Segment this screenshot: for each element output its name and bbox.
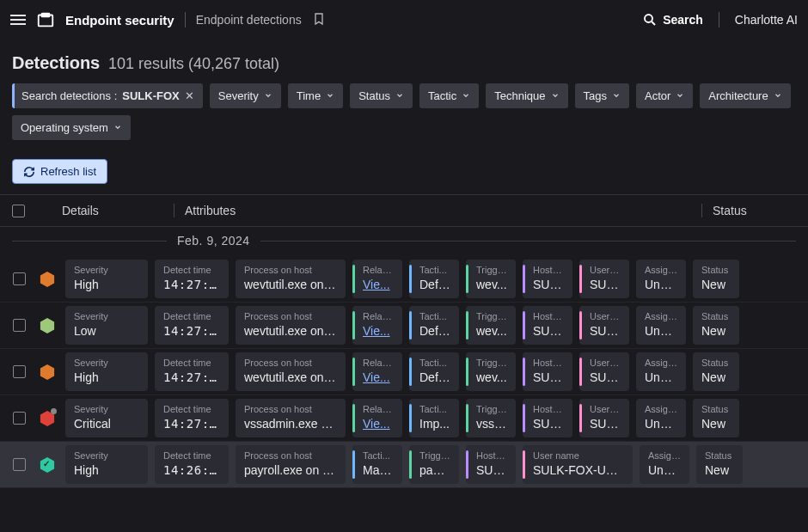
severity-card: Severity Low xyxy=(65,306,148,345)
trigger-card[interactable]: Trigge... wev... xyxy=(466,352,516,391)
separator xyxy=(185,12,186,28)
filter-chip-operating-system[interactable]: Operating system xyxy=(12,115,131,140)
trigger-card[interactable]: Trigge... wev... xyxy=(466,306,516,345)
severity-card: Severity High xyxy=(65,445,148,484)
status-card[interactable]: Status New xyxy=(693,399,739,437)
filter-chip-tactic[interactable]: Tactic xyxy=(419,83,479,108)
hostname-card[interactable]: Hostn... SUL... xyxy=(466,445,516,484)
column-status[interactable]: Status xyxy=(701,204,796,217)
trigger-card[interactable]: Trigge... wev... xyxy=(466,260,516,298)
refresh-button[interactable]: Refresh list xyxy=(12,159,107,184)
hostname-card[interactable]: Hostn... SUL... xyxy=(523,399,572,437)
table-row[interactable]: Severity Critical Detect time 14:27:04 P… xyxy=(0,395,808,442)
assignee-card[interactable]: Assign... Unas... xyxy=(640,445,689,484)
filter-chip-status[interactable]: Status xyxy=(350,83,413,108)
chevron-down-icon xyxy=(264,89,272,102)
column-header-row: Details Attributes Status xyxy=(0,194,808,227)
assignee-card[interactable]: Assign... Unas... xyxy=(636,352,686,391)
tactic-card[interactable]: Tacti... Defe... xyxy=(409,260,459,298)
assignee-card[interactable]: Assign... Unas... xyxy=(636,306,686,345)
top-nav: Endpoint security Endpoint detections Se… xyxy=(0,0,808,40)
username-card[interactable]: User n... SUL... xyxy=(579,399,629,437)
status-card[interactable]: Status New xyxy=(696,445,743,484)
filter-chip-technique[interactable]: Technique xyxy=(486,83,567,108)
severity-card: Severity High xyxy=(65,260,148,298)
severity-icon xyxy=(40,410,55,427)
tactic-card[interactable]: Tacti... Defe... xyxy=(409,352,459,391)
severity-card: Severity High xyxy=(65,352,148,391)
tactic-card[interactable]: Tacti... Imp... xyxy=(409,399,459,437)
table-row[interactable]: Severity Low Detect time 14:27:12 Proces… xyxy=(0,303,808,349)
detect-time-card: Detect time 14:27:04 xyxy=(155,399,229,437)
status-card[interactable]: Status New xyxy=(693,306,739,345)
svg-point-2 xyxy=(645,15,652,22)
filter-chip-tags[interactable]: Tags xyxy=(575,83,629,108)
select-all-checkbox[interactable] xyxy=(12,205,25,217)
result-count: 101 results (40,267 total) xyxy=(108,55,279,72)
hostname-card[interactable]: Hostn... SUL... xyxy=(523,306,572,345)
tactic-card[interactable]: Tacti... Defe... xyxy=(409,306,459,345)
column-details[interactable]: Details xyxy=(62,204,174,217)
search-button[interactable]: Search xyxy=(642,12,703,28)
hostname-card[interactable]: Hostn... SUL... xyxy=(523,352,572,391)
detect-time-card: Detect time 14:27:12 xyxy=(155,306,229,345)
chevron-down-icon xyxy=(774,89,782,102)
search-label: Search xyxy=(663,13,703,27)
page-header: Detections 101 results (40,267 total) xyxy=(0,40,808,83)
column-attributes[interactable]: Attributes xyxy=(174,204,701,217)
filter-chip-actor[interactable]: Actor xyxy=(636,83,693,108)
search-filter-chip[interactable]: Search detections : SULK-FOX ✕ xyxy=(12,83,203,108)
table-row[interactable]: Severity High Detect time 14:27:17 Proce… xyxy=(0,256,808,303)
filter-chip-severity[interactable]: Severity xyxy=(210,83,281,108)
page-title: Detections xyxy=(12,53,100,72)
table-row[interactable]: Severity High Detect time 14:27:12 Proce… xyxy=(0,349,808,395)
severity-icon xyxy=(40,317,55,334)
tactic-card[interactable]: Tacti... Mac... xyxy=(352,445,402,484)
row-checkbox[interactable] xyxy=(13,458,26,471)
bookmark-icon[interactable] xyxy=(312,12,326,28)
date-label: Feb. 9, 2024 xyxy=(177,234,250,248)
date-divider: Feb. 9, 2024 xyxy=(0,227,808,256)
clear-search-icon[interactable]: ✕ xyxy=(185,89,194,102)
severity-icon xyxy=(40,364,55,381)
related-card[interactable]: Relate... Vie... xyxy=(352,399,402,437)
filter-chip-time[interactable]: Time xyxy=(288,83,343,108)
chevron-down-icon xyxy=(395,89,404,102)
severity-icon: ✓ xyxy=(40,456,55,474)
related-card[interactable]: Relate... Vie... xyxy=(352,306,402,345)
username-card[interactable]: User name SULK-FOX-USR1$ xyxy=(523,445,633,484)
trigger-card[interactable]: Trigge... vssa... xyxy=(466,399,516,437)
search-filter-value: SULK-FOX xyxy=(122,89,179,102)
chevron-down-icon xyxy=(551,89,560,102)
breadcrumb-app[interactable]: Endpoint security xyxy=(65,13,174,28)
username-card[interactable]: User n... SUL... xyxy=(579,306,629,345)
severity-card: Severity Critical xyxy=(65,399,148,437)
table-row[interactable]: ✓ Severity High Detect time 14:26:55 Pro… xyxy=(0,442,808,488)
related-card[interactable]: Relate... Vie... xyxy=(352,260,402,298)
chevron-down-icon xyxy=(326,89,334,102)
filter-chip-architecture[interactable]: Architecture xyxy=(700,83,790,108)
chevron-down-icon xyxy=(113,121,122,134)
status-card[interactable]: Status New xyxy=(693,260,739,298)
row-checkbox[interactable] xyxy=(13,412,26,425)
refresh-icon xyxy=(23,166,35,178)
process-card: Process on host wevtutil.exe on ... xyxy=(236,352,346,391)
status-card[interactable]: Status New xyxy=(693,352,739,391)
username-card[interactable]: User n... SUL... xyxy=(579,260,629,298)
assignee-card[interactable]: Assign... Unas... xyxy=(636,399,686,437)
chevron-down-icon xyxy=(462,89,470,102)
username-card[interactable]: User n... SUL... xyxy=(579,352,629,391)
charlotte-ai-link[interactable]: Charlotte AI xyxy=(735,13,798,27)
filter-bar: Search detections : SULK-FOX ✕ SeverityT… xyxy=(0,83,808,149)
related-card[interactable]: Relate... Vie... xyxy=(352,352,402,391)
assignee-card[interactable]: Assign... Unas... xyxy=(636,260,686,298)
svg-line-3 xyxy=(652,21,655,25)
hostname-card[interactable]: Hostn... SUL... xyxy=(523,260,572,298)
trigger-card[interactable]: Trigge... payr... xyxy=(409,445,459,484)
chevron-down-icon xyxy=(676,89,684,102)
row-checkbox[interactable] xyxy=(13,365,26,378)
row-checkbox[interactable] xyxy=(13,319,26,332)
breadcrumb-section[interactable]: Endpoint detections xyxy=(196,13,302,27)
menu-icon[interactable] xyxy=(10,15,26,25)
row-checkbox[interactable] xyxy=(13,272,26,285)
